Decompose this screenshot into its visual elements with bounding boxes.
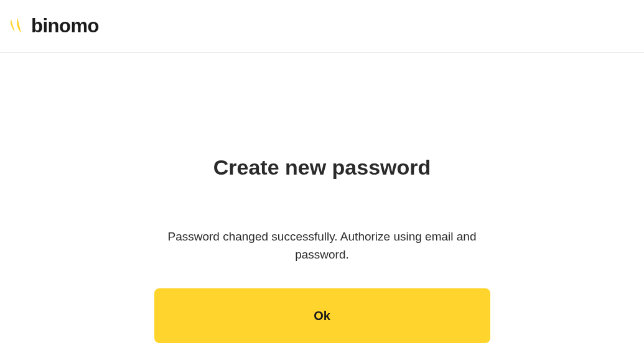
brand-logo[interactable]: binomo xyxy=(7,15,99,37)
header: binomo xyxy=(0,0,644,53)
main-content: Create new password Password changed suc… xyxy=(0,53,644,343)
ok-button[interactable]: Ok xyxy=(154,288,490,343)
brand-logo-icon xyxy=(7,17,26,35)
password-success-panel: Create new password Password changed suc… xyxy=(154,155,490,343)
success-message: Password changed successfully. Authorize… xyxy=(154,228,490,263)
page-title: Create new password xyxy=(213,155,431,180)
brand-name: binomo xyxy=(31,15,99,37)
